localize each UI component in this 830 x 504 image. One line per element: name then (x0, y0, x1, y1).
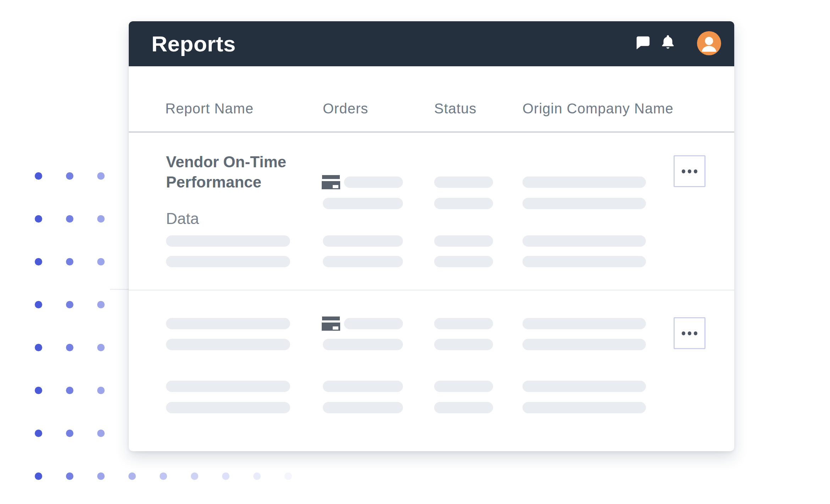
decor-dot (66, 172, 73, 180)
row-divider-extension (110, 289, 129, 290)
decor-dot (97, 301, 105, 308)
skeleton-placeholder (522, 256, 646, 267)
skeleton-placeholder (323, 198, 403, 209)
card-header-bar: Reports (129, 21, 734, 66)
decor-dot (191, 472, 198, 480)
skeleton-placeholder (434, 177, 493, 188)
column-header-orders: Orders (323, 101, 368, 117)
decor-dot (35, 301, 42, 308)
column-header-origin-company-name: Origin Company Name (522, 101, 674, 117)
table-row-divider (129, 290, 734, 291)
decor-dot (222, 472, 229, 480)
skeleton-placeholder (323, 402, 403, 413)
skeleton-placeholder (434, 318, 493, 329)
skeleton-placeholder (323, 235, 403, 247)
more-actions-button[interactable] (674, 155, 706, 187)
decor-dot (97, 215, 105, 223)
column-header-status: Status (434, 101, 476, 117)
table-header-divider (129, 131, 734, 133)
skeleton-placeholder (522, 339, 646, 350)
credit-card-icon (322, 175, 340, 189)
skeleton-placeholder (323, 339, 403, 350)
decor-dot (35, 430, 42, 437)
report-name-text: Vendor On-Time Performance (166, 152, 322, 192)
decor-dot (66, 215, 73, 223)
skeleton-placeholder (522, 402, 646, 413)
skeleton-placeholder (434, 256, 493, 267)
decor-dot (97, 258, 105, 265)
chat-icon[interactable] (635, 35, 651, 51)
decor-dot (35, 172, 42, 180)
decor-dot (284, 472, 292, 480)
decor-dot (35, 258, 42, 265)
skeleton-placeholder (522, 381, 646, 392)
skeleton-placeholder (344, 177, 403, 188)
skeleton-placeholder (166, 235, 290, 247)
decor-dot (160, 472, 167, 480)
skeleton-placeholder (166, 256, 290, 267)
credit-card-icon (322, 317, 340, 331)
decor-dot (97, 472, 105, 480)
decor-dot (35, 215, 42, 223)
decor-dot (66, 258, 73, 265)
decor-dot (97, 430, 105, 437)
skeleton-placeholder (344, 318, 403, 329)
ellipsis-more-icon (682, 331, 685, 335)
decor-dot (66, 430, 73, 437)
decor-dot (253, 472, 261, 480)
decor-dot (66, 387, 73, 394)
skeleton-placeholder (166, 339, 290, 350)
skeleton-placeholder (323, 381, 403, 392)
skeleton-placeholder (434, 402, 493, 413)
decor-dot (35, 344, 42, 351)
decor-dot (97, 172, 105, 180)
decor-dot (35, 387, 42, 394)
report-subtitle-text: Data (166, 208, 199, 229)
user-avatar[interactable] (697, 31, 721, 55)
notification-bell-icon[interactable] (660, 34, 676, 50)
decor-dot (66, 472, 73, 480)
skeleton-placeholder (166, 402, 290, 413)
decor-dot (97, 387, 105, 394)
column-header-report-name: Report Name (165, 101, 254, 117)
skeleton-placeholder (522, 177, 646, 188)
skeleton-placeholder (323, 256, 403, 267)
skeleton-placeholder (522, 235, 646, 247)
decor-dot (66, 301, 73, 308)
decor-dot (97, 344, 105, 351)
skeleton-placeholder (434, 339, 493, 350)
skeleton-placeholder (166, 318, 290, 329)
decor-dot (128, 472, 136, 480)
skeleton-placeholder (434, 235, 493, 247)
skeleton-placeholder (434, 381, 493, 392)
page-title: Reports (151, 21, 236, 66)
skeleton-placeholder (166, 381, 290, 392)
skeleton-placeholder (522, 318, 646, 329)
decor-dot (66, 344, 73, 351)
ellipsis-more-icon (682, 169, 685, 173)
more-actions-button[interactable] (674, 317, 706, 349)
reports-card: Reports Report Name Orders (129, 21, 734, 451)
skeleton-placeholder (522, 198, 646, 209)
decor-dot (35, 472, 42, 480)
skeleton-placeholder (434, 198, 493, 209)
